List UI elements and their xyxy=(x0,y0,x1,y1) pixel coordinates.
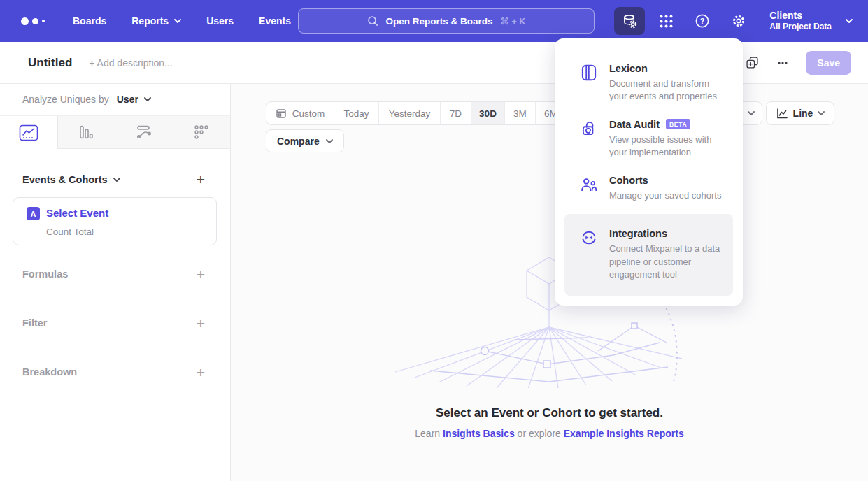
more-options-icon[interactable] xyxy=(776,57,789,69)
global-search[interactable]: Open Reports & Boards ⌘ + K xyxy=(298,8,595,34)
nav-item-label: Reports xyxy=(131,15,169,27)
apps-grid-icon xyxy=(659,14,674,29)
report-header-actions: Save xyxy=(745,51,851,75)
date-range-yesterday[interactable]: Yesterday xyxy=(378,102,440,124)
add-breakdown-button[interactable]: + xyxy=(197,365,205,380)
mixpanel-logo[interactable] xyxy=(21,17,45,25)
menu-item-title: Cohorts xyxy=(609,175,648,186)
menu-item-lexicon[interactable]: Lexicon Document and transform your even… xyxy=(555,55,743,111)
project-name: Clients xyxy=(769,9,832,22)
menu-item-integrations[interactable]: Integrations Connect Mixpanel to a data … xyxy=(564,214,733,295)
chevron-down-icon[interactable] xyxy=(846,19,853,23)
search-shortcut: ⌘ + K xyxy=(501,16,526,27)
nav-item-users[interactable]: Users xyxy=(206,15,234,27)
add-filter-button[interactable]: + xyxy=(197,316,205,331)
filter-section: Filter + xyxy=(22,316,205,330)
analyze-value: User xyxy=(117,94,138,105)
menu-item-body: Lexicon Document and transform your even… xyxy=(609,63,729,103)
chart-type-label: Line xyxy=(793,108,813,119)
date-range-label: 7D xyxy=(450,108,462,119)
tab-line-chart[interactable] xyxy=(0,116,57,149)
help-icon: ? xyxy=(695,13,710,29)
integrations-icon xyxy=(580,228,598,281)
nav-item-reports[interactable]: Reports xyxy=(131,15,181,27)
retention-dots-icon xyxy=(194,124,209,140)
menu-item-description: View possible issues with your implement… xyxy=(609,134,729,159)
report-title[interactable]: Untitled xyxy=(28,56,72,70)
nav-item-boards[interactable]: Boards xyxy=(73,15,106,27)
chart-type-button[interactable]: Line xyxy=(766,101,834,125)
settings-button[interactable] xyxy=(723,7,754,35)
book-icon xyxy=(580,63,598,103)
nav-item-label: Events xyxy=(259,15,291,27)
line-type-icon xyxy=(776,108,788,120)
apps-grid-button[interactable] xyxy=(650,7,681,35)
formulas-label: Formulas xyxy=(22,268,68,280)
flow-chart-icon xyxy=(136,124,152,140)
chevron-down-icon xyxy=(174,19,181,23)
chevron-down-icon xyxy=(818,111,825,115)
line-chart-icon xyxy=(19,124,38,141)
save-button[interactable]: Save xyxy=(806,51,851,75)
compare-button[interactable]: Compare xyxy=(266,129,344,152)
add-formula-button[interactable]: + xyxy=(197,267,205,282)
menu-item-body: Data Audit BETA View possible issues wit… xyxy=(609,119,729,159)
insights-basics-link[interactable]: Insights Basics xyxy=(443,428,515,439)
description-placeholder[interactable]: + Add description... xyxy=(89,57,172,69)
menu-item-data-audit[interactable]: Data Audit BETA View possible issues wit… xyxy=(555,111,743,167)
date-range-7d[interactable]: 7D xyxy=(440,102,471,124)
formulas-section: Formulas + xyxy=(22,267,205,281)
chevron-down-icon xyxy=(748,111,755,115)
tab-retention-chart[interactable] xyxy=(173,116,231,149)
analyze-prefix: Analyze Uniques by xyxy=(22,94,109,105)
filter-label: Filter xyxy=(22,317,47,329)
search-icon xyxy=(367,15,378,27)
date-range-3m[interactable]: 3M xyxy=(504,102,535,124)
chevron-down-icon xyxy=(113,178,120,182)
data-management-button[interactable] xyxy=(614,7,645,35)
top-navbar: Boards Reports Users Events Open Reports… xyxy=(0,0,868,42)
date-range-label: Custom xyxy=(292,108,325,119)
date-range-label: Yesterday xyxy=(389,108,431,119)
breakdown-label: Breakdown xyxy=(22,366,77,378)
navbar-right: ? Clients All Project Data xyxy=(614,7,853,35)
compare-label: Compare xyxy=(277,136,320,147)
menu-item-description: Document and transform your events and p… xyxy=(609,78,729,103)
tab-flow-chart[interactable] xyxy=(115,116,173,149)
menu-item-title: Lexicon xyxy=(609,63,648,74)
menu-item-body: Cohorts Manage your saved cohorts xyxy=(609,175,721,202)
date-range-today[interactable]: Today xyxy=(334,102,378,124)
event-card[interactable]: A Select Event Count Total xyxy=(13,197,217,245)
menu-item-cohorts[interactable]: Cohorts Manage your saved cohorts xyxy=(555,167,743,210)
data-management-icon xyxy=(622,13,638,29)
menu-item-description: Manage your saved cohorts xyxy=(609,189,721,202)
analyze-selector[interactable]: Analyze Uniques by User xyxy=(22,94,151,105)
tab-bar-chart[interactable] xyxy=(57,116,115,149)
breakdown-section: Breakdown + xyxy=(22,365,205,379)
project-selector[interactable]: Clients All Project Data xyxy=(769,9,832,33)
svg-text:?: ? xyxy=(700,17,705,25)
empty-state-title: Select an Event or Cohort to get started… xyxy=(231,406,868,420)
select-event-label[interactable]: Select Event xyxy=(46,207,108,219)
nav-item-events[interactable]: Events xyxy=(259,15,291,27)
events-cohorts-label: Events & Cohorts xyxy=(22,174,108,185)
help-button[interactable]: ? xyxy=(687,7,718,35)
example-reports-link[interactable]: Example Insights Reports xyxy=(564,428,684,439)
calendar-icon xyxy=(276,108,287,119)
empty-state-subtitle: Learn Insights Basics or explore Example… xyxy=(231,428,868,439)
add-event-button[interactable]: + xyxy=(197,172,205,187)
query-sidebar: Analyze Uniques by User xyxy=(0,84,231,481)
chevron-down-icon xyxy=(144,97,151,101)
beta-badge: BETA xyxy=(666,119,690,129)
cohorts-icon xyxy=(580,175,598,202)
events-cohorts-toggle[interactable]: Events & Cohorts xyxy=(22,174,120,185)
date-range-custom[interactable]: Custom xyxy=(266,102,334,124)
events-cohorts-header: Events & Cohorts + xyxy=(22,172,205,187)
duplicate-icon[interactable] xyxy=(745,55,760,70)
date-range-30d[interactable]: 30D xyxy=(471,102,504,124)
audit-icon xyxy=(580,119,598,159)
count-total-label[interactable]: Count Total xyxy=(46,227,94,237)
middle-text: or explore xyxy=(518,428,561,439)
chart-type-tabs xyxy=(0,115,230,149)
nav-item-label: Users xyxy=(206,15,234,27)
